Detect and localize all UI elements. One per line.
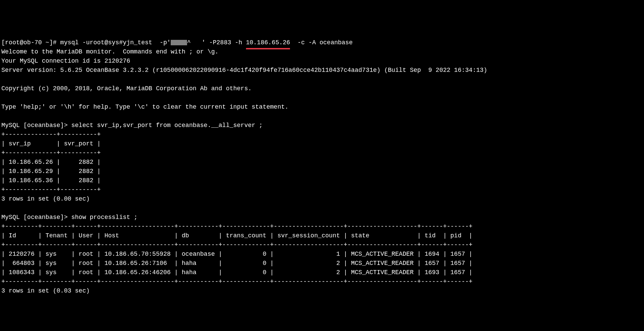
mysql-command-post: -c -A oceanbase bbox=[290, 39, 353, 46]
terminal-output: [root@ob-70 ~]# mysql -uroot@sys#yjn_tes… bbox=[1, 38, 643, 296]
table-border: +--------------+----------+ bbox=[1, 149, 101, 156]
mysql-prompt: MySQL [oceanbase]> bbox=[1, 214, 71, 221]
connection-id-line: Your MySQL connection id is 2120276 bbox=[1, 58, 130, 64]
sql-query: select svr_ip,svr_port from oceanbase.__… bbox=[71, 122, 263, 129]
table-border: +---------+--------+------+-------------… bbox=[1, 241, 473, 248]
mysql-prompt: MySQL [oceanbase]> bbox=[1, 122, 71, 129]
table-border: +---------+--------+------+-------------… bbox=[1, 278, 473, 285]
table-border: +--------------+----------+ bbox=[1, 186, 101, 193]
shell-prompt: [root@ob-70 ~]# bbox=[1, 39, 60, 46]
table-row: | 10.186.65.29 | 2882 | bbox=[1, 168, 101, 175]
host-ip-underlined: 10.186.65.26 bbox=[246, 38, 290, 49]
copyright-line: Copyright (c) 2000, 2018, Oracle, MariaD… bbox=[1, 85, 252, 92]
table-header: | svr_ip | svr_port | bbox=[1, 140, 101, 147]
table-row: | 10.186.65.36 | 2882 | bbox=[1, 177, 101, 184]
mysql-command: mysql -uroot@sys#yjn_test -p' bbox=[60, 39, 171, 46]
result-footer: 3 rows in set (0.00 sec) bbox=[1, 195, 90, 202]
welcome-line: Welcome to the MariaDB monitor. Commands… bbox=[1, 48, 218, 55]
table-border: +--------------+----------+ bbox=[1, 131, 101, 138]
table-row: | 10.186.65.26 | 2882 | bbox=[1, 159, 101, 166]
table-row: | 2120276 | sys | root | 10.186.65.70:55… bbox=[1, 251, 473, 257]
result-footer: 3 rows in set (0.03 sec) bbox=[1, 287, 90, 294]
redacted-password bbox=[171, 40, 187, 45]
help-line: Type 'help;' or '\h' for help. Type '\c'… bbox=[1, 104, 289, 110]
table-row: | 1086343 | sys | root | 10.186.65.26:46… bbox=[1, 269, 473, 276]
table-row: | 664803 | sys | root | 10.186.65.26:710… bbox=[1, 260, 473, 267]
server-version-line: Server version: 5.6.25 OceanBase 3.2.3.2… bbox=[1, 67, 487, 74]
table-header: | Id | Tenant | User | Host | db | trans… bbox=[1, 232, 473, 239]
sql-query: show processlist ; bbox=[71, 214, 137, 221]
mysql-command-mid: ^ ' -P2883 -h bbox=[187, 39, 246, 46]
table-border: +---------+--------+------+-------------… bbox=[1, 223, 473, 230]
